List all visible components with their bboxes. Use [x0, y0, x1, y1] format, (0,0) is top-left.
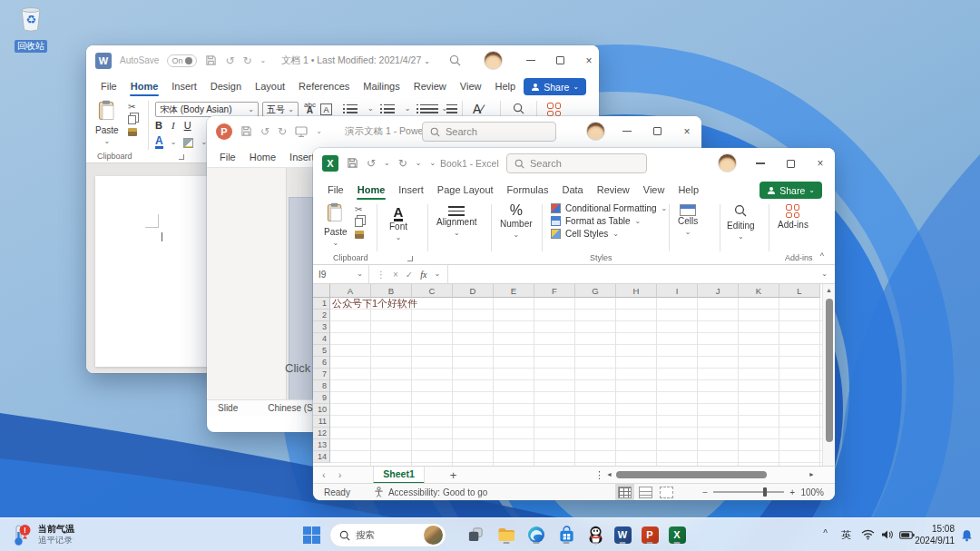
- tab-help[interactable]: Help: [494, 81, 516, 92]
- ppt-minimize-button[interactable]: [612, 116, 642, 146]
- tab-design[interactable]: Design: [210, 81, 242, 92]
- cut-icon[interactable]: ✂: [128, 102, 137, 112]
- taskbar-clock[interactable]: 15:08 2024/9/11: [907, 523, 955, 546]
- row-header-9[interactable]: 9: [313, 392, 330, 404]
- undo-icon[interactable]: ↺: [367, 157, 376, 170]
- redo-icon[interactable]: ↻: [242, 54, 251, 67]
- taskbar-search[interactable]: 搜索: [329, 523, 446, 547]
- format-painter-icon[interactable]: [355, 231, 364, 239]
- decrease-indent-icon[interactable]: [427, 104, 438, 113]
- tab-view[interactable]: View: [459, 81, 483, 92]
- select-all-corner[interactable]: [313, 284, 330, 298]
- notification-bell-icon[interactable]: [961, 529, 973, 542]
- ppt-maximize-button[interactable]: [642, 116, 672, 146]
- file-explorer-button[interactable]: [495, 524, 517, 546]
- recycle-bin[interactable]: ♻ 回收站: [5, 4, 56, 53]
- excel-font-group-button[interactable]: A Font⌄: [389, 204, 407, 241]
- new-sheet-button[interactable]: +: [450, 468, 457, 482]
- word-titlebar[interactable]: W AutoSave On ↺ ↻ ⌄ 文档 1 • Last Modified…: [86, 45, 599, 75]
- tab-references[interactable]: References: [298, 81, 350, 92]
- cell-a1-text[interactable]: 公众号下1个好软件: [332, 298, 417, 310]
- character-border-icon[interactable]: A: [320, 103, 332, 115]
- row-header-5[interactable]: 5: [313, 345, 330, 357]
- accessibility-status[interactable]: Accessibility: Good to go: [388, 487, 488, 497]
- tab-review[interactable]: Review: [596, 184, 631, 195]
- row-header-13[interactable]: 13: [313, 439, 330, 451]
- excel-cells-group-button[interactable]: Cells⌄: [678, 204, 698, 236]
- excel-alignment-group-button[interactable]: Alignment⌄: [436, 206, 476, 237]
- excel-editing-group-button[interactable]: Editing⌄: [727, 204, 755, 241]
- redo-icon[interactable]: ↻: [278, 125, 287, 138]
- qat-customize-icon[interactable]: ⌄: [260, 57, 267, 64]
- zoom-out-button[interactable]: −: [702, 487, 708, 497]
- qq-button[interactable]: [584, 524, 606, 546]
- excel-maximize-button[interactable]: [775, 148, 806, 179]
- format-painter-icon[interactable]: [128, 128, 137, 136]
- tab-insert[interactable]: Insert: [397, 184, 425, 195]
- word-font-name-combo[interactable]: 宋体 (Body Asian)⌄: [155, 102, 259, 117]
- excel-number-group-button[interactable]: % Number⌄: [500, 202, 533, 239]
- zoom-level[interactable]: 100%: [800, 487, 824, 497]
- tab-help[interactable]: Help: [677, 184, 700, 195]
- cut-icon[interactable]: ✂: [355, 204, 364, 214]
- increase-indent-icon[interactable]: [446, 104, 457, 113]
- row-header-7[interactable]: 7: [313, 369, 330, 380]
- hscroll-right-icon[interactable]: ►: [808, 471, 815, 477]
- save-icon[interactable]: [205, 54, 217, 66]
- horizontal-scroll-thumb[interactable]: [616, 471, 767, 478]
- column-header-k[interactable]: K: [739, 284, 779, 298]
- undo-icon[interactable]: ↺: [225, 54, 234, 67]
- column-header-g[interactable]: G: [575, 284, 616, 298]
- word-account-avatar[interactable]: [484, 51, 503, 70]
- tray-hidden-icons-chevron[interactable]: ^: [823, 528, 828, 538]
- save-icon[interactable]: [347, 157, 358, 169]
- tab-formulas[interactable]: Formulas: [506, 184, 550, 195]
- excel-search-box[interactable]: Search: [506, 153, 647, 173]
- sheet-tab-sheet1[interactable]: Sheet1: [373, 467, 424, 484]
- weather-widget[interactable]: ! 当前气温 追平记录: [9, 523, 74, 546]
- zoom-in-button[interactable]: +: [789, 487, 795, 497]
- tab-home[interactable]: Home: [130, 81, 160, 92]
- row-header-11[interactable]: 11: [313, 416, 330, 428]
- page-layout-view-button[interactable]: [639, 487, 652, 498]
- word-share-button[interactable]: Share⌄: [524, 78, 586, 95]
- word-addins-icon[interactable]: [547, 103, 561, 116]
- row-header-2[interactable]: 2: [313, 310, 330, 321]
- excel-account-avatar[interactable]: [718, 153, 737, 172]
- sheet-next-icon[interactable]: ›: [338, 469, 342, 480]
- word-minimize-button[interactable]: [515, 45, 546, 75]
- ppt-close-button[interactable]: ×: [671, 116, 701, 146]
- column-header-c[interactable]: C: [412, 284, 453, 298]
- excel-grid[interactable]: ABCDEFGHIJKL 1234567891011121314 公众号下1个好…: [313, 284, 835, 466]
- cell-area[interactable]: [330, 298, 822, 466]
- qat-customize-icon[interactable]: ⌄: [430, 160, 436, 167]
- tab-page-layout[interactable]: Page Layout: [436, 184, 495, 195]
- excel-minimize-button[interactable]: [745, 148, 776, 179]
- word-editing-icon[interactable]: A∕: [473, 102, 484, 116]
- autosave-toggle[interactable]: On: [167, 54, 197, 67]
- task-view-button[interactable]: [465, 524, 486, 546]
- copy-icon[interactable]: [355, 218, 363, 227]
- powerpoint-taskbar-button[interactable]: P: [639, 524, 661, 546]
- ppt-search-box[interactable]: Search: [422, 122, 556, 142]
- zoom-slider-thumb[interactable]: [763, 487, 767, 497]
- hscroll-left-icon[interactable]: ◄: [606, 471, 612, 477]
- tab-view[interactable]: View: [642, 184, 666, 195]
- highlight-icon[interactable]: [183, 138, 193, 148]
- copy-icon[interactable]: [128, 115, 136, 124]
- tab-layout[interactable]: Layout: [254, 81, 286, 92]
- wifi-icon[interactable]: [861, 529, 875, 540]
- excel-share-button[interactable]: Share⌄: [760, 182, 822, 199]
- tab-file[interactable]: File: [327, 184, 345, 195]
- word-find-icon[interactable]: [513, 103, 524, 114]
- word-taskbar-button[interactable]: W: [612, 524, 633, 546]
- bold-button[interactable]: B: [155, 120, 162, 131]
- column-header-b[interactable]: B: [371, 284, 412, 298]
- tab-insert[interactable]: Insert: [171, 81, 198, 92]
- start-slideshow-icon[interactable]: [295, 126, 308, 137]
- row-header-12[interactable]: 12: [313, 428, 330, 439]
- tab-mailings[interactable]: Mailings: [362, 81, 400, 92]
- cancel-entry-icon[interactable]: ×: [393, 270, 398, 280]
- word-search-icon[interactable]: [449, 54, 461, 66]
- font-color-icon[interactable]: A: [155, 136, 163, 149]
